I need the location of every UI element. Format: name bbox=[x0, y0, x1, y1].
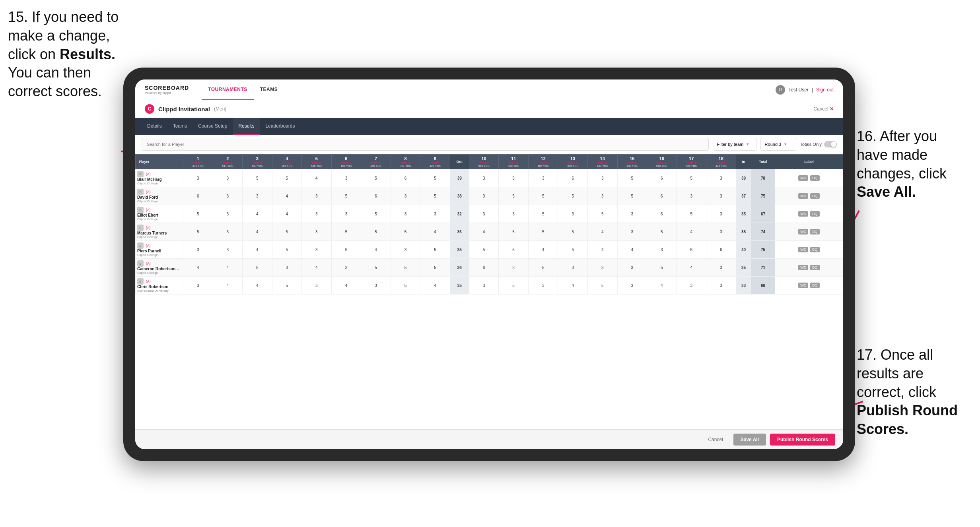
score-back-15[interactable]: 5 bbox=[617, 169, 647, 187]
score-back-13[interactable]: 5 bbox=[558, 223, 588, 241]
score-back-11[interactable]: 5 bbox=[499, 277, 529, 294]
score-front-6[interactable]: 5 bbox=[331, 223, 361, 241]
score-back-12[interactable]: 3 bbox=[528, 169, 558, 187]
score-front-8[interactable]: 3 bbox=[391, 205, 420, 223]
score-back-16[interactable]: 6 bbox=[647, 187, 677, 205]
score-back-17[interactable]: 3 bbox=[677, 277, 706, 294]
cancel-action-button[interactable]: Cancel bbox=[702, 434, 729, 446]
wd-button[interactable]: WD bbox=[798, 265, 808, 270]
score-back-10[interactable]: 3 bbox=[469, 277, 499, 294]
score-back-10[interactable]: 6 bbox=[469, 259, 499, 277]
score-front-4[interactable]: 5 bbox=[272, 277, 302, 294]
score-front-5[interactable]: 3 bbox=[302, 187, 332, 205]
score-front-2[interactable]: 4 bbox=[213, 277, 243, 294]
score-back-18[interactable]: 3 bbox=[706, 187, 736, 205]
score-front-5[interactable]: 3 bbox=[302, 241, 332, 259]
score-front-9[interactable]: 5 bbox=[420, 169, 450, 187]
dq-button[interactable]: DQ bbox=[810, 175, 820, 181]
nav-link-teams[interactable]: TEAMS bbox=[254, 79, 284, 100]
tab-results[interactable]: Results bbox=[233, 118, 260, 135]
score-front-3[interactable]: 4 bbox=[243, 277, 272, 294]
score-front-9[interactable]: 5 bbox=[420, 259, 450, 277]
cancel-tournament-btn[interactable]: Cancel ✕ bbox=[813, 106, 834, 112]
save-all-button[interactable]: Save All bbox=[733, 434, 766, 446]
score-back-17[interactable]: 4 bbox=[677, 259, 706, 277]
score-front-6[interactable]: 3 bbox=[331, 169, 361, 187]
dq-button[interactable]: DQ bbox=[810, 211, 820, 217]
score-front-7[interactable]: 5 bbox=[361, 205, 391, 223]
score-back-13[interactable]: 6 bbox=[558, 169, 588, 187]
filter-dropdown[interactable]: Filter by team ▼ bbox=[713, 138, 756, 151]
score-back-11[interactable]: 5 bbox=[499, 241, 529, 259]
score-back-13[interactable]: 4 bbox=[558, 277, 588, 294]
score-back-12[interactable]: 4 bbox=[528, 241, 558, 259]
score-front-1[interactable]: 3 bbox=[183, 277, 213, 294]
score-back-15[interactable]: 5 bbox=[617, 187, 647, 205]
score-back-17[interactable]: 5 bbox=[677, 205, 706, 223]
score-front-4[interactable]: 3 bbox=[272, 259, 302, 277]
publish-round-scores-button[interactable]: Publish Round Scores bbox=[770, 434, 835, 446]
score-front-2[interactable]: 3 bbox=[213, 223, 243, 241]
score-back-10[interactable]: 5 bbox=[469, 241, 499, 259]
score-front-9[interactable]: 4 bbox=[420, 277, 450, 294]
score-front-6[interactable]: 3 bbox=[331, 205, 361, 223]
wd-button[interactable]: WD bbox=[798, 247, 808, 252]
score-back-16[interactable]: 5 bbox=[647, 259, 677, 277]
score-front-1[interactable]: 3 bbox=[183, 241, 213, 259]
score-front-9[interactable]: 3 bbox=[420, 205, 450, 223]
score-front-1[interactable]: 3 bbox=[183, 169, 213, 187]
score-front-5[interactable]: 3 bbox=[302, 277, 332, 294]
score-back-10[interactable]: 3 bbox=[469, 187, 499, 205]
score-back-15[interactable]: 4 bbox=[617, 241, 647, 259]
score-front-1[interactable]: 4 bbox=[183, 259, 213, 277]
dq-button[interactable]: DQ bbox=[810, 193, 820, 199]
score-back-14[interactable]: 3 bbox=[587, 259, 617, 277]
score-back-18[interactable]: 3 bbox=[706, 277, 736, 294]
score-back-16[interactable]: 6 bbox=[647, 205, 677, 223]
score-back-16[interactable]: 5 bbox=[647, 223, 677, 241]
score-back-12[interactable]: 5 bbox=[528, 259, 558, 277]
score-front-4[interactable]: 5 bbox=[272, 241, 302, 259]
score-back-14[interactable]: 4 bbox=[587, 241, 617, 259]
score-back-15[interactable]: 3 bbox=[617, 277, 647, 294]
nav-link-tournaments[interactable]: TOURNAMENTS bbox=[202, 79, 254, 100]
score-front-8[interactable]: 5 bbox=[391, 277, 420, 294]
score-back-11[interactable]: 5 bbox=[499, 169, 529, 187]
score-back-17[interactable]: 4 bbox=[677, 223, 706, 241]
score-back-17[interactable]: 3 bbox=[677, 187, 706, 205]
score-front-7[interactable]: 5 bbox=[361, 223, 391, 241]
wd-button[interactable]: WD bbox=[798, 193, 808, 199]
search-input[interactable] bbox=[142, 138, 709, 151]
score-front-3[interactable]: 5 bbox=[243, 259, 272, 277]
score-front-8[interactable]: 5 bbox=[391, 223, 420, 241]
wd-button[interactable]: WD bbox=[798, 211, 808, 217]
score-back-10[interactable]: 3 bbox=[469, 205, 499, 223]
score-front-7[interactable]: 6 bbox=[361, 187, 391, 205]
score-front-1[interactable]: 6 bbox=[183, 187, 213, 205]
totals-toggle[interactable]: Totals Only bbox=[800, 141, 837, 147]
score-front-4[interactable]: 4 bbox=[272, 187, 302, 205]
signout-link[interactable]: Sign out bbox=[816, 87, 834, 93]
score-back-11[interactable]: 3 bbox=[499, 259, 529, 277]
tab-course-setup[interactable]: Course Setup bbox=[192, 118, 233, 135]
score-front-2[interactable]: 3 bbox=[213, 205, 243, 223]
score-front-7[interactable]: 3 bbox=[361, 277, 391, 294]
score-back-15[interactable]: 3 bbox=[617, 223, 647, 241]
wd-button[interactable]: WD bbox=[798, 229, 808, 234]
score-front-6[interactable]: 4 bbox=[331, 277, 361, 294]
score-back-18[interactable]: 3 bbox=[706, 169, 736, 187]
score-back-10[interactable]: 4 bbox=[469, 223, 499, 241]
totals-toggle-switch[interactable] bbox=[824, 141, 837, 147]
score-front-8[interactable]: 3 bbox=[391, 187, 420, 205]
score-back-16[interactable]: 6 bbox=[647, 169, 677, 187]
score-front-2[interactable]: 4 bbox=[213, 259, 243, 277]
round-dropdown[interactable]: Round 3 ▼ bbox=[760, 138, 796, 151]
score-front-3[interactable]: 5 bbox=[243, 169, 272, 187]
score-back-12[interactable]: 5 bbox=[528, 205, 558, 223]
score-back-15[interactable]: 3 bbox=[617, 259, 647, 277]
score-back-18[interactable]: 3 bbox=[706, 205, 736, 223]
wd-button[interactable]: WD bbox=[798, 175, 808, 181]
dq-button[interactable]: DQ bbox=[810, 265, 820, 270]
score-front-3[interactable]: 3 bbox=[243, 187, 272, 205]
score-front-8[interactable]: 6 bbox=[391, 169, 420, 187]
